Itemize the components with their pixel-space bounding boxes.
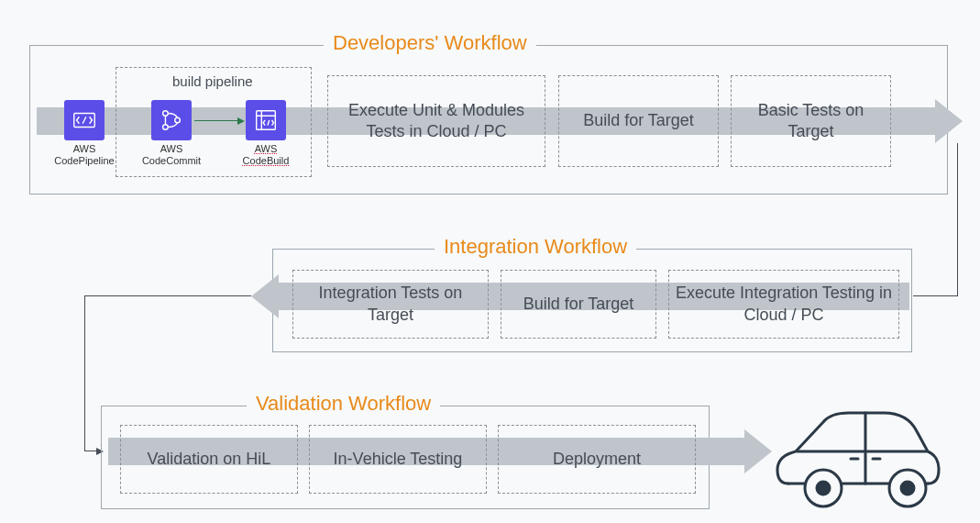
svg-point-2	[163, 125, 169, 130]
validation-workflow-title: Validation Workflow	[247, 392, 440, 416]
aws-codepipeline-label: AWS CodePipeline	[48, 143, 121, 167]
integration-workflow-title: Integration Workflow	[435, 235, 636, 259]
dev-step-basic-tests: Basic Tests on Target	[731, 75, 891, 167]
developers-workflow-title: Developers' Workflow	[324, 31, 536, 55]
dev-step-unit-tests: Execute Unit & Modules Tests in Cloud / …	[327, 75, 545, 167]
dev-flow-arrow-head	[935, 99, 963, 143]
validation-step-vehicle: In-Vehicle Testing	[309, 425, 487, 494]
aws-codebuild-icon	[246, 100, 286, 140]
connector-int-to-val-h1	[84, 295, 251, 296]
connector-dev-to-integration-h	[913, 295, 957, 296]
aws-codecommit-icon	[151, 100, 192, 140]
validation-step-deployment: Deployment	[498, 425, 696, 494]
connector-int-to-val-v	[84, 295, 85, 451]
svg-point-1	[163, 111, 169, 117]
aws-codebuild-label: AWS CodeBuild	[229, 143, 303, 167]
connector-dev-to-integration-v	[957, 143, 958, 296]
car-icon	[770, 406, 944, 517]
integration-step-tests-target: Integration Tests on Target	[292, 270, 489, 339]
build-pipeline-label: build pipeline	[167, 73, 259, 89]
dev-step-build-target: Build for Target	[558, 75, 719, 167]
validation-flow-arrow-head	[744, 429, 772, 473]
integration-step-exec-cloud: Execute Integration Testing in Cloud / P…	[668, 270, 899, 339]
integration-flow-arrow-head	[251, 274, 279, 318]
svg-point-3	[175, 117, 181, 123]
aws-codepipeline-icon	[64, 100, 105, 140]
integration-step-build-target: Build for Target	[501, 270, 656, 339]
connector-int-to-val-h2	[84, 451, 97, 451]
validation-step-hil: Validation on HiL	[120, 425, 298, 494]
aws-codecommit-label: AWS CodeCommit	[135, 143, 208, 167]
service-arrow	[194, 120, 238, 121]
svg-point-6	[817, 482, 830, 495]
svg-point-8	[901, 482, 914, 495]
